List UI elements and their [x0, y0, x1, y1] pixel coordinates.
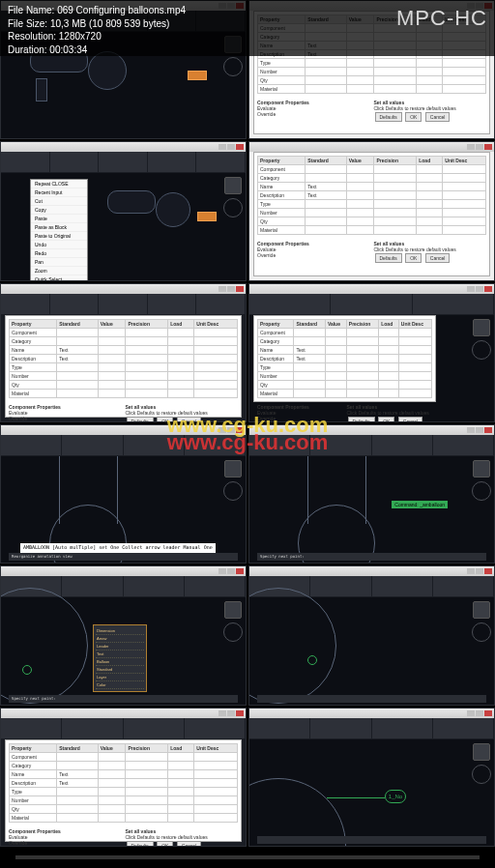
table-row[interactable]: NameText [10, 345, 238, 354]
col-header[interactable]: Standard [57, 319, 98, 328]
menu-item[interactable]: Redo [31, 249, 87, 258]
table-row[interactable]: DescriptionText [10, 354, 238, 362]
table-row[interactable]: Type [10, 362, 238, 371]
nav-wheel-icon[interactable] [223, 57, 243, 76]
col-header[interactable]: Unit Desc [194, 743, 238, 752]
context-menu[interactable]: Repeat CLOSERecent InputCutCopyPastePast… [30, 179, 88, 280]
cancel-button[interactable]: Cancel [425, 112, 451, 122]
table-row[interactable]: Number [258, 209, 486, 217]
thumb-4[interactable]: PropertyStandardValuePrecisionLoadUnit D… [248, 141, 495, 280]
table-row[interactable]: Material [258, 85, 486, 94]
command-line[interactable]: AMBALLOON [Auto mulTiple] set One Collec… [20, 543, 216, 553]
ok-button[interactable]: OK [157, 417, 173, 422]
thumb-5[interactable]: PropertyStandardValuePrecisionLoadUnit D… [0, 283, 247, 422]
thumb-6[interactable]: PropertyStandardValuePrecisionLoadUnit D… [248, 283, 495, 422]
table-row[interactable]: Material [258, 226, 486, 235]
prop-row[interactable]: Balloon [96, 658, 144, 666]
table-row[interactable]: Component [258, 328, 432, 336]
menu-item[interactable]: Paste as Block [31, 223, 87, 232]
col-header[interactable]: Value [98, 743, 126, 752]
table-row[interactable]: Qty [258, 380, 432, 389]
table-row[interactable]: Number [10, 796, 238, 804]
ok-button[interactable]: OK [405, 253, 422, 263]
table-row[interactable]: Qty [258, 76, 486, 85]
properties-panel[interactable]: DimensionArrowLeaderTextBalloonStandardL… [93, 624, 147, 692]
col-header[interactable]: Unit Desc [443, 157, 486, 165]
col-header[interactable]: Standard [294, 319, 325, 328]
player-controls[interactable] [0, 847, 495, 868]
bom-table[interactable]: PropertyStandardValuePrecisionLoadUnit D… [257, 156, 486, 235]
table-row[interactable]: DescriptionText [258, 191, 486, 200]
col-header[interactable]: Unit Desc [194, 319, 238, 328]
col-header[interactable]: Standard [306, 157, 346, 165]
table-row[interactable]: Material [258, 389, 432, 397]
menu-item[interactable]: Zoom [31, 267, 87, 275]
menu-item[interactable]: Pan [31, 258, 87, 267]
menu-item[interactable]: Recent Input [31, 188, 87, 197]
prop-row[interactable]: Leader [96, 643, 144, 651]
table-row[interactable]: Qty [10, 380, 238, 389]
table-row[interactable]: Material [10, 813, 238, 822]
table-row[interactable]: Type [258, 362, 432, 371]
menu-item[interactable]: Copy [31, 206, 87, 215]
thumb-9[interactable]: DimensionArrowLeaderTextBalloonStandardL… [0, 565, 247, 705]
col-header[interactable]: Property [10, 319, 57, 328]
ok-button[interactable]: OK [405, 112, 422, 122]
prop-row[interactable]: Color [96, 681, 144, 689]
table-row[interactable]: Qty [258, 217, 486, 226]
table-row[interactable]: NameText [258, 183, 486, 191]
menu-item[interactable]: Paste [31, 215, 87, 223]
menu-item[interactable]: Undo [31, 241, 87, 249]
col-header[interactable]: Value [98, 319, 126, 328]
prop-row[interactable]: Arrow [96, 635, 144, 643]
defaults-button[interactable]: Defaults [375, 112, 402, 122]
col-header[interactable]: Load [379, 319, 399, 328]
menu-item[interactable]: Cut [31, 197, 87, 206]
cancel-button[interactable]: Cancel [398, 417, 423, 422]
table-row[interactable]: DescriptionText [258, 354, 432, 362]
table-row[interactable]: Component [10, 328, 238, 336]
defaults-button[interactable]: Defaults [375, 253, 402, 263]
defaults-button[interactable]: Defaults [127, 417, 154, 422]
prop-row[interactable]: Dimension [96, 627, 144, 635]
table-row[interactable]: Component [10, 752, 238, 761]
table-row[interactable]: DescriptionText [10, 778, 238, 787]
table-row[interactable]: Type [258, 200, 486, 209]
annotation-marker[interactable] [188, 71, 207, 80]
menu-item[interactable]: Quick Select [31, 275, 87, 280]
col-header[interactable]: Precision [374, 157, 417, 165]
col-header[interactable]: Precision [346, 319, 378, 328]
bom-table[interactable]: PropertyStandardValuePrecisionLoadUnit D… [9, 319, 238, 398]
table-row[interactable]: Qty [10, 804, 238, 813]
col-header[interactable]: Precision [126, 319, 168, 328]
table-row[interactable]: Category [258, 174, 486, 183]
col-header[interactable]: Property [10, 743, 57, 752]
bom-table[interactable]: PropertyStandardValuePrecisionLoadUnit D… [257, 319, 432, 398]
table-row[interactable]: Component [258, 165, 486, 174]
cancel-button[interactable]: Cancel [425, 253, 451, 263]
col-header[interactable]: Property [258, 319, 294, 328]
thumb-11[interactable]: PropertyStandardValuePrecisionLoadUnit D… [0, 708, 247, 847]
thumb-8[interactable]: Command: _amballoon Specify next point: [248, 424, 495, 564]
table-row[interactable]: Number [258, 371, 432, 380]
table-row[interactable]: NameText [258, 345, 432, 354]
table-row[interactable]: Material [10, 389, 238, 397]
table-row[interactable]: Category [258, 336, 432, 345]
seek-bar[interactable] [15, 855, 480, 859]
col-header[interactable]: Property [258, 157, 306, 165]
table-row[interactable]: Type [258, 59, 486, 68]
thumb-3[interactable]: Repeat CLOSERecent InputCutCopyPastePast… [0, 141, 247, 280]
thumb-10[interactable] [248, 565, 495, 705]
col-header[interactable]: Value [346, 157, 374, 165]
command-bar[interactable]: Reorganize annotation view [9, 553, 238, 561]
col-header[interactable]: Value [325, 319, 346, 328]
table-row[interactable]: Number [258, 68, 486, 76]
col-header[interactable]: Load [168, 743, 194, 752]
col-header[interactable]: Unit Desc [398, 319, 431, 328]
prop-row[interactable]: Text [96, 651, 144, 658]
col-header[interactable]: Precision [126, 743, 168, 752]
table-row[interactable]: Category [10, 761, 238, 769]
col-header[interactable]: Standard [57, 743, 98, 752]
col-header[interactable]: Load [168, 319, 194, 328]
table-row[interactable]: Type [10, 787, 238, 796]
